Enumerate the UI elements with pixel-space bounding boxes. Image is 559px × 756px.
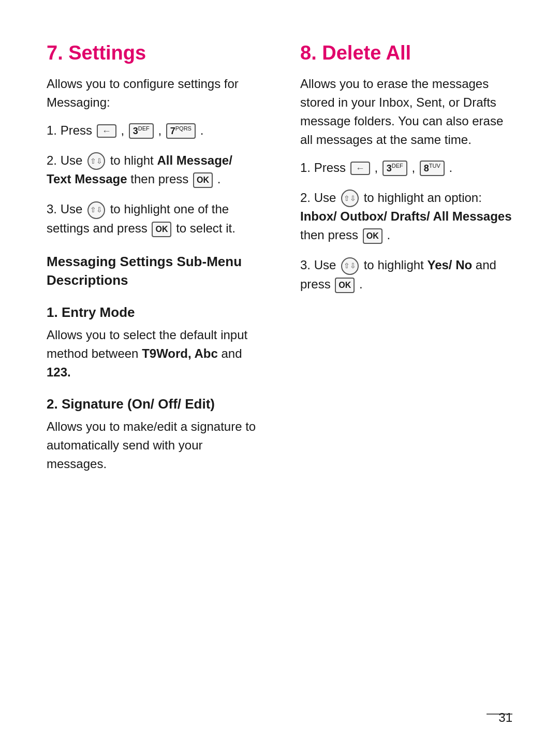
step-8-3-end: .	[359, 277, 363, 291]
step-7-3-end: to select it.	[176, 221, 236, 235]
entry-1: 1. Entry Mode Allows you to select the d…	[47, 304, 259, 382]
section-8-title: 8. Delete All	[300, 41, 512, 65]
section-7-intro: Allows you to configure settings for Mes…	[47, 75, 259, 112]
page-layout: 7. Settings Allows you to configure sett…	[47, 41, 512, 473]
step-8-3-num: 3. Use	[300, 258, 340, 272]
entry-1-title: 1. Entry Mode	[47, 304, 259, 321]
entry-2-title-text: 2. Signature (On/ Off/ Edit)	[47, 396, 215, 412]
key-3def-2: 3DEF	[383, 161, 407, 176]
right-column: 8. Delete All Allows you to erase the me…	[295, 41, 512, 473]
step-8-3: 3. Use ⇧⇩ to highlight Yes/ No and press…	[300, 256, 512, 294]
subsection-title-text: Messaging Settings Sub-Menu Descriptions	[47, 254, 242, 288]
key-soft-left: ←	[97, 124, 116, 138]
bold-inbox: Inbox/ Outbox/ Drafts/ All Messages	[300, 209, 512, 223]
step-7-3-num: 3. Use	[47, 202, 86, 216]
section-7-title: 7. Settings	[47, 41, 259, 65]
step-7-1: 1. Press ← , 3DEF , 7PQRS .	[47, 121, 259, 140]
step-8-1: 1. Press ← , 3DEF , 8TUV .	[300, 158, 512, 177]
key-ok-4: OK	[335, 278, 355, 293]
comma-4: ,	[411, 161, 418, 175]
key-3def: 3DEF	[129, 123, 154, 139]
entry-2-title: 2. Signature (On/ Off/ Edit)	[47, 396, 259, 412]
section-8-intro: Allows you to erase the messages stored …	[300, 75, 512, 149]
comma-2: ,	[158, 123, 165, 137]
subsection-title: Messaging Settings Sub-Menu Descriptions	[47, 252, 259, 290]
step-8-2: 2. Use ⇧⇩ to highlight an option: Inbox/…	[300, 188, 512, 245]
comma-1: ,	[121, 123, 127, 137]
nav-icon-3: ⇧⇩	[341, 190, 359, 207]
step-7-2: 2. Use ⇧⇩ to hlight All Message/ Text Me…	[47, 151, 259, 189]
entry-1-title-text: 1. Entry Mode	[47, 304, 135, 320]
step-8-2-num: 2. Use	[300, 191, 340, 205]
nav-icon-4: ⇧⇩	[341, 257, 359, 275]
entry-2-body: Allows you to make/edit a signature to a…	[47, 417, 259, 473]
comma-3: ,	[374, 161, 381, 175]
step-7-2-end: .	[217, 172, 221, 186]
key-8tuv: 8TUV	[420, 161, 445, 176]
period-1: .	[200, 123, 204, 137]
step-8-1-num: 1. Press	[300, 161, 349, 175]
period-2: .	[449, 161, 452, 175]
nav-icon-1: ⇧⇩	[87, 152, 105, 170]
bold-123: 123.	[47, 365, 71, 379]
step-8-2-end: .	[387, 228, 390, 242]
page-number: 31	[498, 710, 512, 725]
step-7-1-num: 1. Press	[47, 123, 96, 137]
key-soft-left-2: ←	[350, 162, 370, 175]
bold-t9word: T9Word, Abc	[142, 346, 218, 360]
bold-yes-no: Yes/ No	[427, 258, 472, 272]
entry-1-body: Allows you to select the default input m…	[47, 326, 259, 382]
nav-icon-2: ⇧⇩	[87, 201, 105, 219]
key-ok-1: OK	[193, 172, 213, 188]
step-7-2-num: 2. Use	[47, 153, 86, 167]
key-7pqrs: 7PQRS	[166, 123, 196, 139]
left-column: 7. Settings Allows you to configure sett…	[47, 41, 264, 473]
entry-2: 2. Signature (On/ Off/ Edit) Allows you …	[47, 396, 259, 473]
step-7-3: 3. Use ⇧⇩ to highlight one of the settin…	[47, 200, 259, 238]
key-ok-2: OK	[152, 222, 171, 237]
key-ok-3: OK	[363, 228, 383, 244]
